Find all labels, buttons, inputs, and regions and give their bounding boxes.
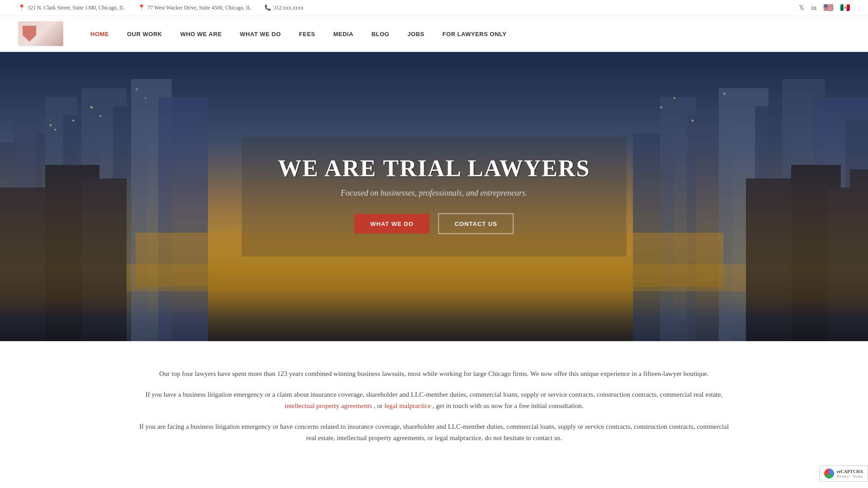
- nav-link-whoweare[interactable]: WHO WE ARE: [180, 31, 222, 38]
- nav-item-home[interactable]: HOME: [90, 30, 109, 38]
- svg-rect-33: [145, 97, 146, 99]
- address-1: 📍 321 N. Clark Street, Suite 1300, Chica…: [18, 4, 124, 11]
- svg-rect-36: [692, 120, 693, 122]
- flag-mx[interactable]: 🇲🇽: [840, 3, 850, 13]
- hero-subtitle: Focused on businesses, professionals, an…: [278, 188, 590, 198]
- nav-item-whatwedo[interactable]: WHAT WE DO: [240, 30, 281, 38]
- nav-item-fees[interactable]: FEES: [299, 30, 315, 38]
- twitter-icon[interactable]: 𝕏: [799, 4, 804, 12]
- phone-info: 📞 312.xxx.xxxx: [264, 5, 303, 11]
- nav-item-whoweare[interactable]: WHO WE ARE: [180, 30, 222, 38]
- hero-section: WE ARE TRIAL LAWYERS Focused on business…: [0, 52, 868, 341]
- linkedin-icon[interactable]: in: [811, 4, 816, 12]
- top-bar-right: 𝕏 in 🇺🇸 🇲🇽: [799, 3, 850, 13]
- svg-rect-35: [674, 97, 675, 99]
- svg-rect-30: [90, 106, 93, 108]
- content-para-2: If you have a business litigation emerge…: [136, 389, 732, 412]
- svg-rect-22: [81, 178, 127, 341]
- svg-rect-19: [90, 264, 769, 291]
- svg-rect-34: [660, 106, 662, 108]
- what-we-do-button[interactable]: WHAT WE DO: [354, 214, 429, 234]
- nav-item-blog[interactable]: BLOG: [372, 30, 390, 38]
- nav-link-media[interactable]: MEDIA: [333, 31, 353, 38]
- recaptcha-label: reCAPTCHA: [837, 469, 863, 474]
- nav-item-media[interactable]: MEDIA: [333, 30, 353, 38]
- link-legal-malpractice[interactable]: legal malpractice: [384, 402, 431, 409]
- nav-item-lawyers[interactable]: FOR LAWYERS ONLY: [443, 30, 507, 38]
- nav-link-whatwedo[interactable]: WHAT WE DO: [240, 31, 281, 38]
- nav-link-ourwork[interactable]: OUR WORK: [127, 31, 162, 38]
- svg-rect-27: [50, 124, 52, 126]
- nav-item-jobs[interactable]: JOBS: [407, 30, 424, 38]
- hero-content: WE ARE TRIAL LAWYERS Focused on business…: [242, 137, 627, 257]
- flag-us[interactable]: 🇺🇸: [823, 3, 833, 13]
- contact-us-button[interactable]: CONTACT US: [439, 214, 514, 234]
- svg-rect-29: [72, 120, 74, 122]
- pin-icon-2: 📍: [138, 4, 145, 11]
- nav-link-jobs[interactable]: JOBS: [407, 31, 424, 38]
- phone-text: 312.xxx.xxxx: [274, 5, 303, 11]
- nav-link-home[interactable]: HOME: [90, 31, 109, 38]
- address-2-text: 77 West Wacker Drive, Suite 4500, Chicag…: [147, 5, 251, 11]
- content-para-2-mid: , or: [373, 402, 382, 409]
- nav-logo[interactable]: [18, 21, 63, 46]
- svg-rect-9: [158, 97, 208, 341]
- svg-rect-37: [723, 93, 726, 95]
- logo-image: [18, 21, 63, 46]
- hero-title: WE ARE TRIAL LAWYERS: [278, 155, 590, 182]
- svg-rect-28: [54, 129, 56, 131]
- content-para-2-before: If you have a business litigation emerge…: [146, 391, 722, 398]
- nav-item-ourwork[interactable]: OUR WORK: [127, 30, 162, 38]
- nav-links: HOME OUR WORK WHO WE ARE WHAT WE DO FEES…: [90, 30, 506, 38]
- content-para-1: Our top four lawyers have spent more tha…: [136, 368, 732, 380]
- main-nav: HOME OUR WORK WHO WE ARE WHAT WE DO FEES…: [0, 16, 868, 52]
- address-2: 📍 77 West Wacker Drive, Suite 4500, Chic…: [138, 4, 251, 11]
- hero-buttons: WHAT WE DO CONTACT US: [278, 214, 590, 234]
- svg-rect-26: [850, 169, 868, 341]
- top-bar: 📍 321 N. Clark Street, Suite 1300, Chica…: [0, 0, 868, 16]
- content-section: Our top four lawyers have spent more tha…: [0, 341, 868, 480]
- nav-link-lawyers[interactable]: FOR LAWYERS ONLY: [443, 31, 507, 38]
- pin-icon-1: 📍: [18, 4, 25, 11]
- top-bar-addresses: 📍 321 N. Clark Street, Suite 1300, Chica…: [18, 4, 303, 11]
- content-para-2-after: , get in touch with us now for a free in…: [433, 402, 584, 409]
- nav-link-blog[interactable]: BLOG: [372, 31, 390, 38]
- svg-rect-31: [99, 115, 101, 117]
- phone-icon: 📞: [264, 5, 271, 11]
- recaptcha-text-block: reCAPTCHA Privacy - Terms: [837, 469, 863, 479]
- recaptcha-badge: reCAPTCHA Privacy - Terms: [819, 465, 868, 482]
- address-1-text: 321 N. Clark Street, Suite 1300, Chicago…: [28, 5, 124, 11]
- recaptcha-links[interactable]: Privacy - Terms: [837, 474, 863, 479]
- nav-link-fees[interactable]: FEES: [299, 31, 315, 38]
- link-ip-agreements[interactable]: intellectual property agreements: [284, 402, 372, 409]
- content-para-3: If you are facing a business litigation …: [136, 421, 732, 444]
- recaptcha-logo: [824, 469, 834, 479]
- svg-rect-32: [136, 88, 138, 90]
